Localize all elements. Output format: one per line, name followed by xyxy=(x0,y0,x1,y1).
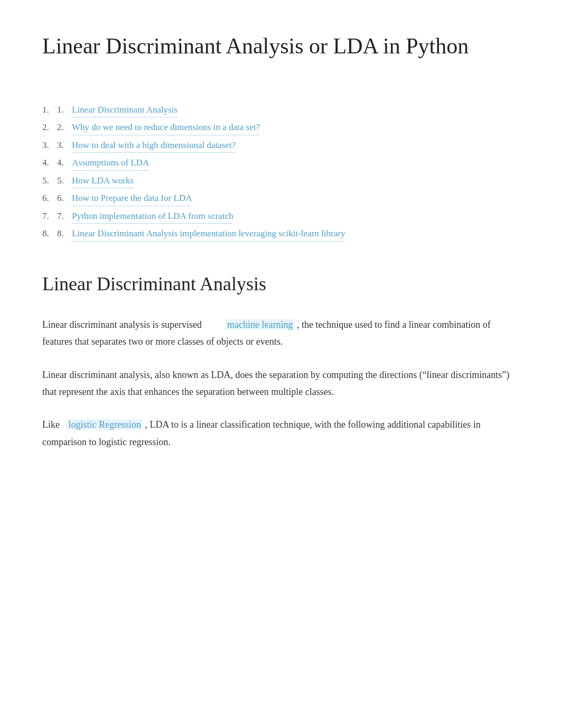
toc-item-number: 5. xyxy=(57,174,72,188)
toc-item-number: 3. xyxy=(57,139,72,152)
lda-paragraph-2: Linear discriminant analysis, also known… xyxy=(42,366,519,401)
toc-item: 3.How to deal with a high dimensional da… xyxy=(42,139,519,153)
lda-p1-spacer xyxy=(204,319,223,330)
toc-item-number: 1. xyxy=(57,103,72,117)
lda-p3-before: Like xyxy=(42,419,60,430)
toc-item: 5.How LDA works xyxy=(42,174,519,189)
toc-link-6[interactable]: Python implementation of LDA from scratc… xyxy=(72,209,233,224)
lda-section: Linear Discriminant Analysis Linear disc… xyxy=(42,268,519,451)
machine-learning-link[interactable]: machine learning xyxy=(226,319,294,330)
toc-item: 6.How to Prepare the data for LDA xyxy=(42,191,519,206)
toc-item: 4.Assumptions of LDA xyxy=(42,156,519,171)
toc-link-7[interactable]: Linear Discriminant Analysis implementat… xyxy=(72,227,345,242)
lda-paragraph-3: Like logistic Regression , LDA to is a l… xyxy=(42,416,519,450)
toc-item: 2.Why do we need to reduce dimensions in… xyxy=(42,121,519,135)
toc-item: 1.Linear Discriminant Analysis xyxy=(42,103,519,118)
toc-item-number: 8. xyxy=(57,227,72,241)
toc-link-4[interactable]: How LDA works xyxy=(72,174,134,189)
toc-link-2[interactable]: How to deal with a high dimensional data… xyxy=(72,139,236,153)
toc-list: 1.Linear Discriminant Analysis2.Why do w… xyxy=(42,103,519,242)
toc-link-5[interactable]: How to Prepare the data for LDA xyxy=(72,191,192,206)
toc-link-1[interactable]: Why do we need to reduce dimensions in a… xyxy=(72,121,260,135)
lda-paragraph-1: Linear discriminant analysis is supervis… xyxy=(42,316,519,351)
table-of-contents: 1.Linear Discriminant Analysis2.Why do w… xyxy=(42,103,519,242)
toc-link-3[interactable]: Assumptions of LDA xyxy=(72,156,149,171)
logistic-regression-link[interactable]: logistic Regression xyxy=(67,419,143,430)
toc-item: 7.Python implementation of LDA from scra… xyxy=(42,209,519,224)
page-title: Linear Discriminant Analysis or LDA in P… xyxy=(42,32,519,61)
toc-item-number: 2. xyxy=(57,121,72,134)
toc-link-0[interactable]: Linear Discriminant Analysis xyxy=(72,103,177,118)
lda-section-heading: Linear Discriminant Analysis xyxy=(42,268,519,300)
lda-p1-before: Linear discriminant analysis is supervis… xyxy=(42,319,202,330)
toc-item-number: 4. xyxy=(57,156,72,170)
toc-item: 8.Linear Discriminant Analysis implement… xyxy=(42,227,519,242)
toc-item-number: 6. xyxy=(57,191,72,205)
toc-item-number: 7. xyxy=(57,209,72,223)
lda-p3-spacer xyxy=(62,419,65,430)
